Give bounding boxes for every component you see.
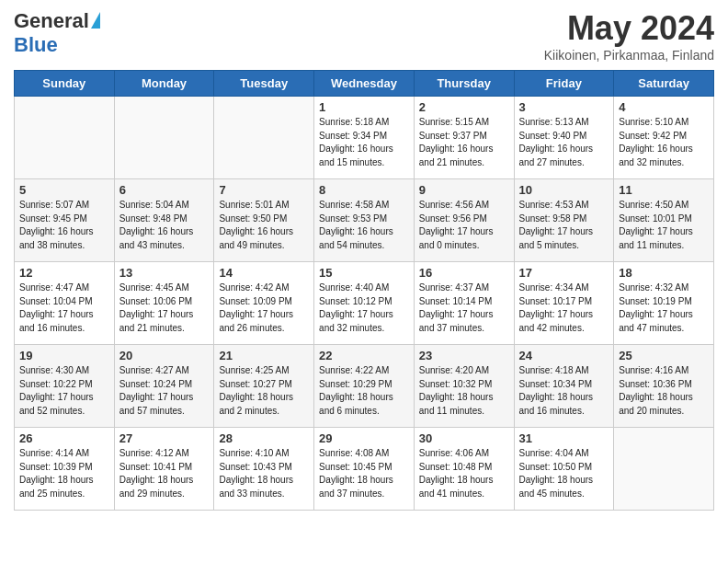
cell-info: Sunrise: 4:30 AM Sunset: 10:22 PM Daylig… xyxy=(19,364,109,418)
logo: General Blue xyxy=(14,9,100,57)
day-number: 29 xyxy=(319,431,409,445)
cell-info: Sunrise: 4:58 AM Sunset: 9:53 PM Dayligh… xyxy=(319,199,409,252)
cell-info: Sunrise: 4:08 AM Sunset: 10:45 PM Daylig… xyxy=(319,447,409,500)
cell-info: Sunrise: 4:27 AM Sunset: 10:24 PM Daylig… xyxy=(119,364,210,418)
header-thursday: Thursday xyxy=(414,71,514,97)
calendar-cell: 1Sunrise: 5:18 AM Sunset: 9:34 PM Daylig… xyxy=(314,97,415,179)
day-number: 26 xyxy=(19,431,109,445)
calendar-cell: 11Sunrise: 4:50 AM Sunset: 10:01 PM Dayl… xyxy=(614,179,714,262)
calendar-week-1: 1Sunrise: 5:18 AM Sunset: 9:34 PM Daylig… xyxy=(15,97,714,179)
day-number: 1 xyxy=(319,100,409,114)
day-number: 10 xyxy=(519,183,609,197)
calendar-cell: 27Sunrise: 4:12 AM Sunset: 10:41 PM Dayl… xyxy=(114,428,214,511)
cell-info: Sunrise: 4:20 AM Sunset: 10:32 PM Daylig… xyxy=(419,364,509,418)
cell-info: Sunrise: 4:56 AM Sunset: 9:56 PM Dayligh… xyxy=(419,199,509,252)
day-number: 21 xyxy=(219,349,309,362)
calendar-week-2: 5Sunrise: 5:07 AM Sunset: 9:45 PM Daylig… xyxy=(15,179,714,262)
day-number: 9 xyxy=(419,183,509,197)
day-number: 20 xyxy=(119,349,210,362)
logo-blue-text: Blue xyxy=(14,33,58,57)
day-number: 19 xyxy=(19,349,109,362)
calendar-header-row: SundayMondayTuesdayWednesdayThursdayFrid… xyxy=(15,71,714,97)
calendar-cell: 5Sunrise: 5:07 AM Sunset: 9:45 PM Daylig… xyxy=(15,179,115,262)
day-number: 14 xyxy=(219,266,309,280)
calendar-cell xyxy=(614,428,714,511)
calendar-cell: 7Sunrise: 5:01 AM Sunset: 9:50 PM Daylig… xyxy=(214,179,314,262)
calendar-week-5: 26Sunrise: 4:14 AM Sunset: 10:39 PM Dayl… xyxy=(15,428,714,511)
calendar-cell: 8Sunrise: 4:58 AM Sunset: 9:53 PM Daylig… xyxy=(314,179,415,262)
calendar-cell: 31Sunrise: 4:04 AM Sunset: 10:50 PM Dayl… xyxy=(514,428,614,511)
calendar-cell: 22Sunrise: 4:22 AM Sunset: 10:29 PM Dayl… xyxy=(314,345,415,428)
day-number: 13 xyxy=(119,266,210,280)
calendar-cell xyxy=(114,97,214,179)
calendar-cell: 10Sunrise: 4:53 AM Sunset: 9:58 PM Dayli… xyxy=(514,179,614,262)
logo-triangle-icon xyxy=(91,12,100,29)
cell-info: Sunrise: 4:06 AM Sunset: 10:48 PM Daylig… xyxy=(419,447,509,500)
day-number: 2 xyxy=(419,100,509,114)
calendar-cell: 3Sunrise: 5:13 AM Sunset: 9:40 PM Daylig… xyxy=(514,97,614,179)
header-wednesday: Wednesday xyxy=(314,71,415,97)
day-number: 17 xyxy=(519,266,609,280)
day-number: 12 xyxy=(19,266,109,280)
cell-info: Sunrise: 5:01 AM Sunset: 9:50 PM Dayligh… xyxy=(219,199,309,252)
location-text: Kiikoinen, Pirkanmaa, Finland xyxy=(544,48,714,63)
day-number: 6 xyxy=(119,183,210,197)
cell-info: Sunrise: 5:15 AM Sunset: 9:37 PM Dayligh… xyxy=(419,116,509,169)
cell-info: Sunrise: 4:04 AM Sunset: 10:50 PM Daylig… xyxy=(519,447,609,500)
day-number: 30 xyxy=(419,431,509,445)
cell-info: Sunrise: 4:42 AM Sunset: 10:09 PM Daylig… xyxy=(219,282,309,335)
day-number: 24 xyxy=(519,349,609,362)
day-number: 18 xyxy=(619,266,709,280)
day-number: 8 xyxy=(319,183,409,197)
cell-info: Sunrise: 5:07 AM Sunset: 9:45 PM Dayligh… xyxy=(19,199,109,252)
cell-info: Sunrise: 4:47 AM Sunset: 10:04 PM Daylig… xyxy=(19,282,109,335)
calendar-body: 1Sunrise: 5:18 AM Sunset: 9:34 PM Daylig… xyxy=(15,97,714,511)
cell-info: Sunrise: 4:10 AM Sunset: 10:43 PM Daylig… xyxy=(219,447,309,500)
page-header: General Blue May 2024 Kiikoinen, Pirkanm… xyxy=(14,9,714,63)
calendar-week-4: 19Sunrise: 4:30 AM Sunset: 10:22 PM Dayl… xyxy=(15,345,714,428)
cell-info: Sunrise: 4:32 AM Sunset: 10:19 PM Daylig… xyxy=(619,282,709,335)
calendar-cell: 25Sunrise: 4:16 AM Sunset: 10:36 PM Dayl… xyxy=(614,345,714,428)
calendar-cell: 15Sunrise: 4:40 AM Sunset: 10:12 PM Dayl… xyxy=(314,262,415,345)
day-number: 28 xyxy=(219,431,309,445)
day-number: 22 xyxy=(319,349,409,362)
cell-info: Sunrise: 4:40 AM Sunset: 10:12 PM Daylig… xyxy=(319,282,409,335)
header-saturday: Saturday xyxy=(614,71,714,97)
calendar-cell: 30Sunrise: 4:06 AM Sunset: 10:48 PM Dayl… xyxy=(414,428,514,511)
calendar-cell: 16Sunrise: 4:37 AM Sunset: 10:14 PM Dayl… xyxy=(414,262,514,345)
day-number: 5 xyxy=(19,183,109,197)
calendar-cell: 20Sunrise: 4:27 AM Sunset: 10:24 PM Dayl… xyxy=(114,345,214,428)
day-number: 25 xyxy=(619,349,709,362)
header-sunday: Sunday xyxy=(15,71,115,97)
cell-info: Sunrise: 5:04 AM Sunset: 9:48 PM Dayligh… xyxy=(119,199,210,252)
calendar-cell: 17Sunrise: 4:34 AM Sunset: 10:17 PM Dayl… xyxy=(514,262,614,345)
day-number: 27 xyxy=(119,431,210,445)
calendar-cell: 4Sunrise: 5:10 AM Sunset: 9:42 PM Daylig… xyxy=(614,97,714,179)
cell-info: Sunrise: 5:10 AM Sunset: 9:42 PM Dayligh… xyxy=(619,116,709,169)
cell-info: Sunrise: 4:45 AM Sunset: 10:06 PM Daylig… xyxy=(119,282,210,335)
header-monday: Monday xyxy=(114,71,214,97)
calendar-table: SundayMondayTuesdayWednesdayThursdayFrid… xyxy=(14,70,714,511)
calendar-cell: 24Sunrise: 4:18 AM Sunset: 10:34 PM Dayl… xyxy=(514,345,614,428)
cell-info: Sunrise: 4:12 AM Sunset: 10:41 PM Daylig… xyxy=(119,447,210,500)
day-number: 3 xyxy=(519,100,609,114)
cell-info: Sunrise: 4:25 AM Sunset: 10:27 PM Daylig… xyxy=(219,364,309,418)
calendar-cell: 12Sunrise: 4:47 AM Sunset: 10:04 PM Dayl… xyxy=(15,262,115,345)
calendar-cell: 18Sunrise: 4:32 AM Sunset: 10:19 PM Dayl… xyxy=(614,262,714,345)
cell-info: Sunrise: 4:50 AM Sunset: 10:01 PM Daylig… xyxy=(619,199,709,252)
logo-general-text: General xyxy=(14,9,89,33)
calendar-cell: 14Sunrise: 4:42 AM Sunset: 10:09 PM Dayl… xyxy=(214,262,314,345)
month-title: May 2024 xyxy=(544,9,714,48)
day-number: 7 xyxy=(219,183,309,197)
cell-info: Sunrise: 4:34 AM Sunset: 10:17 PM Daylig… xyxy=(519,282,609,335)
cell-info: Sunrise: 5:18 AM Sunset: 9:34 PM Dayligh… xyxy=(319,116,409,169)
calendar-cell: 29Sunrise: 4:08 AM Sunset: 10:45 PM Dayl… xyxy=(314,428,415,511)
header-friday: Friday xyxy=(514,71,614,97)
calendar-cell: 21Sunrise: 4:25 AM Sunset: 10:27 PM Dayl… xyxy=(214,345,314,428)
calendar-cell xyxy=(214,97,314,179)
calendar-week-3: 12Sunrise: 4:47 AM Sunset: 10:04 PM Dayl… xyxy=(15,262,714,345)
calendar-cell: 26Sunrise: 4:14 AM Sunset: 10:39 PM Dayl… xyxy=(15,428,115,511)
cell-info: Sunrise: 4:37 AM Sunset: 10:14 PM Daylig… xyxy=(419,282,509,335)
day-number: 11 xyxy=(619,183,709,197)
calendar-cell: 23Sunrise: 4:20 AM Sunset: 10:32 PM Dayl… xyxy=(414,345,514,428)
